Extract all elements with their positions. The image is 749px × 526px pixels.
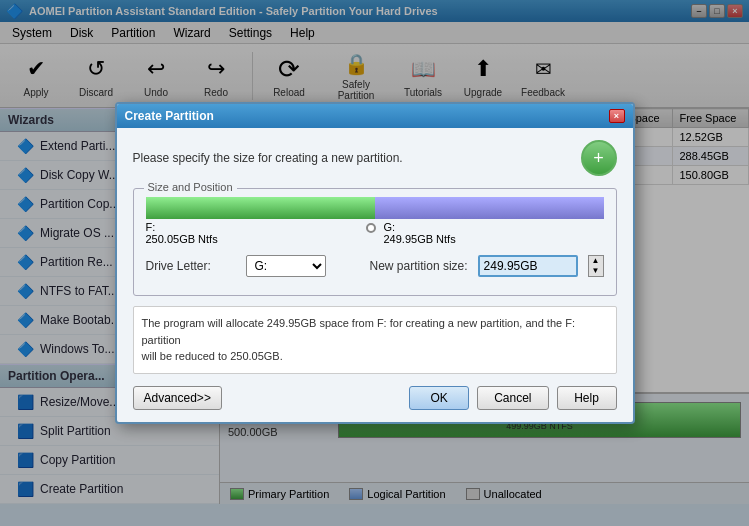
size-spinner[interactable]: ▲ ▼ (588, 255, 604, 277)
cancel-button[interactable]: Cancel (477, 386, 548, 410)
g-partition-bar (375, 197, 604, 219)
new-partition-size-input[interactable] (478, 255, 578, 277)
g-drive-size: 249.95GB Ntfs (384, 233, 604, 245)
group-legend: Size and Position (144, 181, 237, 193)
modal-title-bar: Create Partition × (117, 104, 633, 128)
modal-button-row: Advanced>> OK Cancel Help (133, 386, 617, 410)
drive-letter-row: Drive Letter: G: H: I: New partition siz… (146, 255, 604, 277)
size-position-group: Size and Position F: 250.05GB Ntfs (133, 188, 617, 296)
modal-body: Please specify the size for creating a n… (117, 128, 633, 422)
create-partition-dialog: Create Partition × Please specify the si… (115, 102, 635, 424)
modal-description-text: Please specify the size for creating a n… (133, 151, 403, 165)
partition-add-icon: + (581, 140, 617, 176)
f-drive-label: F: (146, 221, 366, 233)
f-drive-size: 250.05GB Ntfs (146, 233, 366, 245)
partition-labels-row: F: 250.05GB Ntfs G: 249.95GB Ntfs (146, 221, 604, 245)
drive-letter-select[interactable]: G: H: I: (246, 255, 326, 277)
g-partition-info: G: 249.95GB Ntfs (376, 221, 604, 245)
modal-title: Create Partition (125, 109, 214, 123)
allocation-info-text: The program will allocate 249.95GB space… (133, 306, 617, 374)
f-partition-info: F: 250.05GB Ntfs (146, 221, 366, 245)
g-drive-label: G: (384, 221, 604, 233)
spinner-up[interactable]: ▲ (589, 256, 603, 266)
partition-visual-bar (146, 197, 604, 219)
drive-letter-label: Drive Letter: (146, 259, 236, 273)
modal-description-row: Please specify the size for creating a n… (133, 140, 617, 176)
new-partition-size-label: New partition size: (358, 259, 468, 273)
advanced-button[interactable]: Advanced>> (133, 386, 222, 410)
partition-radio[interactable] (366, 223, 376, 233)
ok-button[interactable]: OK (409, 386, 469, 410)
help-button[interactable]: Help (557, 386, 617, 410)
modal-close-button[interactable]: × (609, 109, 625, 123)
modal-overlay: Create Partition × Please specify the si… (0, 0, 749, 504)
spinner-down[interactable]: ▼ (589, 266, 603, 276)
f-partition-bar (146, 197, 375, 219)
